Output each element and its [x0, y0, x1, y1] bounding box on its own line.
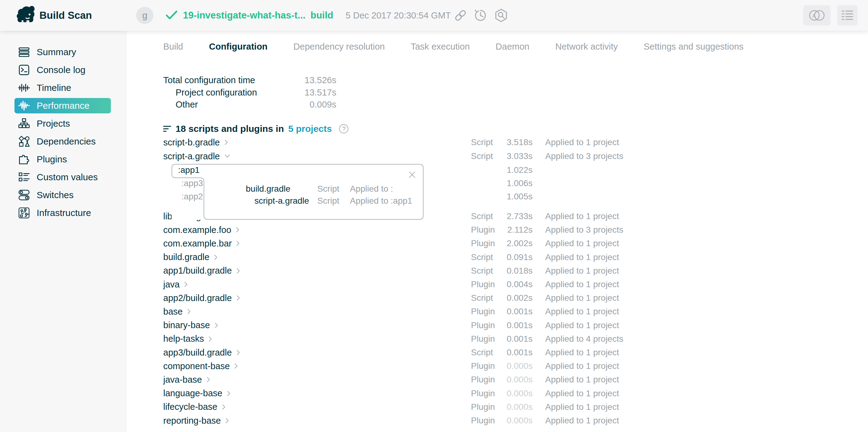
list-icon — [840, 9, 855, 22]
script-applied: Applied to 1 project — [545, 250, 619, 264]
script-name-text: lifecycle-base — [163, 402, 217, 412]
script-row: script-a.gradleScript3.033sApplied to 3 … — [127, 149, 868, 163]
sidebar-item-plugins[interactable]: Plugins — [14, 152, 111, 167]
sidebar-item-label: Plugins — [37, 154, 67, 164]
script-name[interactable]: component-base — [163, 359, 238, 373]
build-name-link[interactable]: 19-investigate-what-has-t... — [183, 0, 306, 31]
script-row: basePlugin0.001sApplied to 1 project — [127, 305, 868, 318]
sidebar-item-projects[interactable]: Projects — [14, 116, 111, 131]
script-name[interactable]: reporting-base — [163, 414, 229, 427]
sidebar-item-label: Dependencies — [37, 136, 96, 147]
script-name[interactable]: app2/build.gradle — [163, 291, 240, 305]
script-name[interactable]: build.gradle — [163, 250, 218, 264]
script-name-text: app1/build.gradle — [163, 266, 232, 276]
script-name[interactable]: app3/build.gradle — [163, 346, 240, 359]
history-icon[interactable] — [473, 8, 488, 23]
script-name-text: com.example.foo — [163, 225, 231, 235]
sidebar-item-timeline[interactable]: Timeline — [14, 80, 111, 95]
chevron-right-icon — [227, 391, 231, 396]
script-row: app3/build.gradleScript0.001sApplied to … — [127, 346, 868, 359]
sidebar-item-label: Timeline — [37, 83, 71, 93]
script-row: java-basePlugin0.000sApplied to 1 projec… — [127, 373, 868, 387]
chevron-right-icon — [237, 295, 240, 301]
chevron-right-icon — [214, 254, 218, 260]
dependencies-icon — [18, 135, 30, 147]
script-row: reporting-basePlugin0.000sApplied to 1 p… — [127, 414, 868, 427]
script-name-text: build.gradle — [163, 252, 210, 262]
chevron-right-icon — [236, 227, 240, 233]
script-name[interactable]: script-b.gradle — [163, 135, 228, 149]
close-icon[interactable] — [407, 170, 417, 179]
script-applied: Applied to 1 project — [545, 387, 619, 400]
switches-icon — [18, 189, 30, 201]
script-name-text: com.example.bar — [163, 239, 231, 249]
share-link-icon[interactable] — [454, 8, 468, 23]
popup-detail-name[interactable]: build.gradle — [246, 184, 290, 194]
sidebar-item-performance[interactable]: Performance — [14, 98, 111, 114]
chevron-right-icon — [224, 140, 228, 145]
project-time: 1.006s — [472, 177, 533, 190]
success-check-icon — [166, 10, 178, 20]
script-time: 0.000s — [472, 400, 533, 414]
script-row: app1/build.gradleScript0.018sApplied to … — [127, 264, 868, 278]
script-row: language-basePlugin0.000sApplied to 1 pr… — [127, 387, 868, 400]
sidebar-item-switches[interactable]: Switches — [14, 187, 111, 203]
build-task-link[interactable]: build — [310, 0, 333, 31]
popup-project-tab-selected[interactable]: :app1 — [178, 165, 199, 175]
sidebar-item-console-log[interactable]: Console log — [14, 62, 111, 78]
sidebar-item-summary[interactable]: Summary — [14, 44, 111, 60]
popup-project-tab[interactable]: :app3 — [181, 178, 203, 189]
script-applied: Applied to 1 project — [545, 210, 619, 223]
sidebar-item-dependencies[interactable]: Dependencies — [14, 134, 111, 149]
script-row: script-b.gradleScript3.518sApplied to 1 … — [127, 135, 868, 149]
popup-detail-type: Script — [317, 196, 339, 206]
script-applied: Applied to 1 project — [545, 237, 619, 250]
build-list-button[interactable] — [837, 5, 858, 26]
sidebar-item-label: Switches — [37, 190, 73, 200]
scan-search-icon[interactable] — [494, 8, 508, 23]
popup-detail-applied: Applied to : — [350, 184, 393, 194]
chevron-right-icon — [237, 268, 240, 274]
script-applied: Applied to 1 project — [545, 359, 619, 373]
script-name[interactable]: java-base — [163, 373, 210, 387]
compare-icon: A — [808, 9, 826, 22]
script-name[interactable]: base — [163, 305, 191, 318]
script-time: 0.001s — [472, 305, 533, 318]
compare-builds-button[interactable]: A — [803, 5, 830, 26]
script-row: component-basePlugin0.000sApplied to 1 p… — [127, 359, 868, 373]
script-name[interactable]: help-tasks — [163, 332, 212, 346]
summary-icon — [18, 46, 30, 58]
popup-project-tab[interactable]: :app2 — [181, 191, 203, 202]
sidebar-item-custom-values[interactable]: Custom values — [14, 169, 111, 185]
script-name[interactable]: com.example.bar — [163, 237, 240, 250]
console-icon — [18, 64, 30, 76]
infrastructure-icon — [18, 207, 30, 219]
script-time: 0.000s — [472, 387, 533, 400]
chevron-right-icon — [184, 282, 188, 287]
script-time: 0.018s — [472, 264, 533, 278]
script-name[interactable]: app1/build.gradle — [163, 264, 240, 278]
chevron-right-icon — [187, 309, 191, 314]
script-name[interactable]: lifecycle-base — [163, 400, 226, 414]
script-applied: Applied to 1 project — [545, 264, 619, 278]
script-name-text: component-base — [163, 361, 230, 371]
script-name[interactable]: script-a.gradle — [163, 149, 230, 163]
main-content: Build Configuration Dependency resolutio… — [127, 31, 868, 432]
script-name[interactable]: java — [163, 278, 188, 291]
sidebar-item-infrastructure[interactable]: Infrastructure — [14, 205, 111, 221]
chevron-right-icon — [235, 363, 238, 369]
script-name-text: java — [163, 279, 180, 290]
svg-text:A: A — [812, 13, 816, 19]
avatar[interactable]: g — [136, 7, 153, 24]
avatar-letter: g — [142, 10, 148, 21]
sidebar-item-label: Console log — [37, 65, 85, 75]
script-name[interactable]: binary-base — [163, 318, 218, 332]
sidebar-item-label: Projects — [37, 118, 70, 129]
script-name[interactable]: language-base — [163, 387, 231, 400]
popup-detail-type: Script — [317, 184, 339, 194]
script-name[interactable]: com.example.foo — [163, 223, 240, 237]
sidebar-item-label: Custom values — [37, 172, 98, 182]
popup-detail-name[interactable]: script-a.gradle — [254, 196, 309, 206]
script-row: com.example.barPlugin2.002sApplied to 1 … — [127, 237, 868, 250]
sidebar-item-label: Infrastructure — [37, 208, 91, 218]
